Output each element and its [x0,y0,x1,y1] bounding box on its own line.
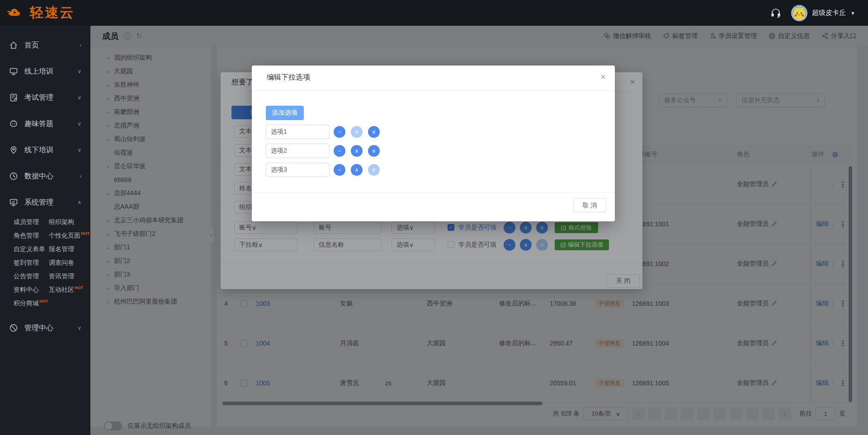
system-monitor-icon [9,198,18,207]
monitor-icon [9,67,18,76]
submenu-row: 公告管理 资讯管理 [0,271,90,285]
chevron-right-icon: › [80,42,81,48]
sidebar-item-system-management[interactable]: 系统管理 ∧ [0,189,90,215]
submenu-item[interactable]: 公告管理 [14,271,52,281]
modal-footer-divider [252,192,615,193]
submenu-item[interactable]: 资料中心 [14,285,52,295]
option-input[interactable] [266,125,330,139]
sidebar-item-exam-management[interactable]: 考试管理 ∨ [0,84,90,111]
option-row: − ∧ ∨ [252,144,615,158]
submenu-item[interactable]: 调查问卷 [49,258,75,268]
submenu-row: 成员管理 组织架构 [0,217,90,231]
option-row: − ∧ ∨ [252,163,615,177]
submenu-item[interactable] [49,299,49,309]
remove-option-button[interactable]: − [334,145,345,157]
modal-title: 编辑下拉选项 [267,73,310,82]
clock-icon [9,172,18,181]
cloud-logo-icon [7,6,26,20]
chevron-up-icon: ∧ [77,199,81,206]
submenu-item[interactable]: 组织架构 [49,217,75,227]
submenu-item[interactable]: 报名管理 [49,244,75,254]
avatar [791,5,807,21]
submenu-item[interactable]: 签到管理 [14,258,52,268]
move-down-button[interactable]: ∨ [368,164,380,176]
sidebar-item-home[interactable]: 首页 › [0,32,90,58]
user-menu[interactable]: 超级皮卡丘 ▼ [791,5,855,21]
user-name: 超级皮卡丘 [812,9,846,17]
modal-header-divider [252,90,615,91]
system-management-submenu: 成员管理 组织架构 角色管理 个性化页面HOT 自定义表单 报名管理 签到管理 … [0,215,90,315]
submenu-item[interactable]: 个性化页面HOT [49,231,90,241]
hot-badge: HOT [75,285,83,290]
submenu-item[interactable]: 角色管理 [14,231,52,241]
chevron-down-icon: ▼ [850,10,855,16]
move-up-button[interactable]: ∧ [351,126,363,138]
submenu-item[interactable]: 互动社区HOT [49,285,83,295]
sidebar-item-quiz[interactable]: 趣味答题 ∨ [0,111,90,137]
sidebar-item-online-training[interactable]: 线上培训 ∨ [0,58,90,84]
chevron-down-icon: ∨ [77,94,81,101]
option-row: − ∧ ∨ [252,125,615,139]
home-icon [9,41,18,50]
submenu-row: 积分商城HOT [0,299,90,312]
remove-option-button[interactable]: − [334,164,345,176]
headset-icon[interactable] [770,8,781,19]
chevron-down-icon: ∨ [77,68,81,75]
remove-option-button[interactable]: − [334,126,345,138]
edit-dropdown-options-modal: 编辑下拉选项 × 添加选项 − ∧ ∨ − ∧ ∨ − ∧ ∨ 取 消 [252,65,615,221]
management-icon [9,323,18,332]
app-logo-text: 轻速云 [30,4,75,22]
move-up-button[interactable]: ∧ [351,145,363,157]
hot-badge: HOT [81,231,90,236]
submenu-row: 角色管理 个性化页面HOT [0,231,90,244]
option-input[interactable] [266,144,330,158]
location-pin-icon [9,145,18,154]
submenu-item[interactable]: 自定义表单 [14,244,52,254]
submenu-row: 资料中心 互动社区HOT [0,285,90,299]
chevron-down-icon: ∨ [77,121,81,127]
quiz-face-icon [9,119,18,128]
submenu-item[interactable]: 积分商城HOT [14,299,52,309]
cancel-button[interactable]: 取 消 [573,198,606,212]
sidebar-item-management-center[interactable]: 管理中心 ∨ [0,315,90,341]
sidebar-item-data-center[interactable]: 数据中心 › [0,163,90,189]
move-down-button[interactable]: ∨ [368,126,380,138]
submenu-item[interactable]: 成员管理 [14,217,52,227]
chevron-right-icon: › [80,173,81,179]
submenu-row: 签到管理 调查问卷 [0,258,90,271]
chevron-down-icon: ∨ [77,147,81,153]
sidebar-item-offline-training[interactable]: 线下培训 ∨ [0,137,90,163]
submenu-row: 自定义表单 报名管理 [0,244,90,258]
chevron-down-icon: ∨ [77,325,81,331]
exam-doc-icon [9,93,18,102]
add-option-button[interactable]: 添加选项 [266,106,304,120]
move-down-button[interactable]: ∨ [368,145,380,157]
option-input[interactable] [266,163,330,177]
sidebar: 首页 › 线上培训 ∨ 考试管理 ∨ 趣味答题 ∨ 线下培训 ∨ 数据中心 › … [0,26,90,435]
move-up-button[interactable]: ∧ [351,164,363,176]
close-icon[interactable]: × [600,72,606,82]
top-bar: 轻速云 超级皮卡丘 [0,0,868,26]
hot-badge: HOT [39,299,48,304]
submenu-item[interactable]: 资讯管理 [49,271,75,281]
app-logo: 轻速云 [0,4,90,22]
